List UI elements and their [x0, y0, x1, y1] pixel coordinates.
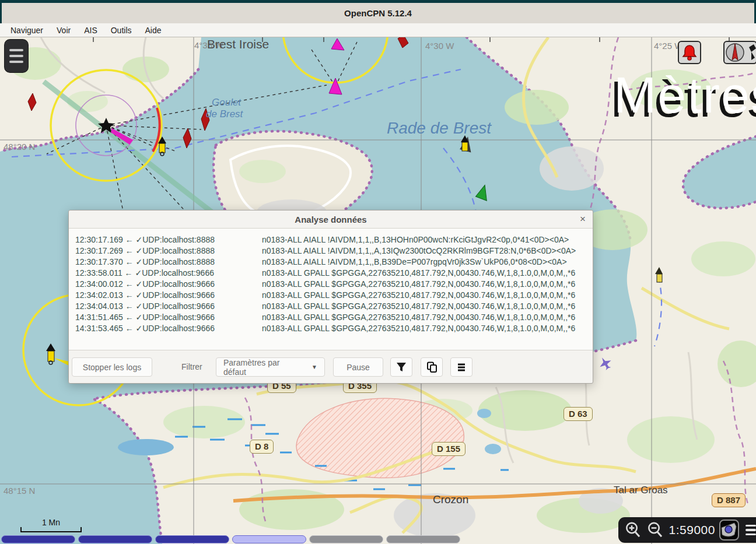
log-timestamp-source: 12:34:02.013 ← ✓UDP:localhost:9666 — [75, 290, 262, 300]
log-message: n0183-ALL GPALL $GPGGA,227635210,4817.79… — [262, 324, 593, 333]
log-timestamp-source: 12:30:17.269 ← ✓UDP:localhost:8888 — [75, 246, 262, 255]
menu-ais[interactable]: AIS — [84, 26, 97, 35]
log-message: n0183-ALL AIALL !AIVDM,1,1,,B,13HOHn0P00… — [262, 235, 593, 244]
log-timestamp-source: 12:33:58.011 ← ✓UDP:localhost:9666 — [75, 268, 262, 278]
menu-bar: Naviguer Voir AIS Outils Aide — [0, 23, 756, 37]
depth-units-overlay: Mètres — [614, 65, 756, 125]
chart-bar[interactable] — [78, 535, 152, 543]
zoom-out-button[interactable] — [646, 520, 664, 541]
alert-bell-button[interactable] — [678, 41, 701, 64]
log-timestamp-source: 14:31:51.465 ← ✓UDP:localhost:9666 — [75, 313, 262, 322]
log-row[interactable]: 12:33:58.011 ← ✓UDP:localhost:9666 n0183… — [75, 267, 593, 278]
stop-logs-button[interactable]: Stopper les logs — [72, 357, 152, 377]
pause-button[interactable]: Pause — [333, 357, 383, 377]
compass-icon — [724, 43, 756, 62]
data-monitor-dialog: Analyse données × 12:30:17.169 ← ✓UDP:lo… — [68, 210, 593, 384]
window-title: OpenCPN 5.12.4 — [344, 8, 412, 18]
zoom-in-button[interactable] — [624, 520, 642, 541]
menu-aide[interactable]: Aide — [145, 26, 162, 35]
copy-icon — [426, 362, 438, 373]
follow-ship-button[interactable] — [719, 520, 739, 541]
menu-lines-icon — [457, 363, 466, 371]
scale-bar-label: 1 Mn — [20, 518, 82, 527]
log-message: n0183-ALL AIALL !AIVDM,1,1,,A,13IQw2300t… — [262, 246, 593, 255]
log-message: n0183-ALL GPALL $GPGGA,227635210,4817.79… — [262, 313, 593, 322]
log-row[interactable]: 12:30:17.269 ← ✓UDP:localhost:8888 n0183… — [75, 245, 593, 256]
bell-icon — [682, 44, 697, 61]
log-timestamp-source: 12:30:17.169 ← ✓UDP:localhost:8888 — [75, 235, 262, 244]
menu-outils[interactable]: Outils — [111, 26, 132, 35]
nmea-log-list[interactable]: 12:30:17.169 ← ✓UDP:localhost:8888 n0183… — [69, 229, 593, 350]
chart-bar[interactable] — [155, 535, 229, 543]
log-row[interactable]: 12:30:17.370 ← ✓UDP:localhost:8888 n0183… — [75, 256, 593, 267]
road-badge-d155: D 155 — [432, 442, 466, 456]
title-bar[interactable]: OpenCPN 5.12.4 — [0, 3, 756, 23]
chart-scale-bar: 1 Mn — [20, 518, 82, 532]
log-message: n0183-ALL GPALL $GPGGA,227635210,4817.79… — [262, 301, 593, 311]
filter-preset-dropdown[interactable]: Paramètres par défaut ▼ — [216, 357, 325, 377]
dialog-title: Analyse données — [295, 215, 366, 224]
log-options-menu-button[interactable] — [450, 357, 473, 377]
log-timestamp-source: 12:34:00.012 ← ✓UDP:localhost:9666 — [75, 279, 262, 289]
zoom-control-bar: 1:59000 — [618, 517, 756, 543]
log-timestamp-source: 14:31:53.465 ← ✓UDP:localhost:9666 — [75, 324, 262, 333]
filter-funnel-button[interactable] — [390, 357, 412, 377]
status-menu-button[interactable] — [746, 525, 756, 536]
chart-scale-value: 1:59000 — [669, 523, 715, 537]
road-badge-d887: D 887 — [712, 493, 746, 507]
log-row[interactable]: 12:34:02.013 ← ✓UDP:localhost:9666 n0183… — [75, 289, 593, 300]
log-message: n0183-ALL GPALL $GPGGA,227635210,4817.79… — [262, 279, 593, 289]
chart-bar[interactable] — [1, 535, 75, 543]
menu-naviguer[interactable]: Naviguer — [10, 26, 43, 35]
log-message: n0183-ALL GPALL $GPGGA,227635210,4817.79… — [262, 290, 593, 300]
main-menu-button[interactable] — [5, 40, 28, 72]
menu-voir[interactable]: Voir — [57, 26, 71, 35]
chart-bar[interactable] — [386, 535, 460, 543]
hamburger-icon — [9, 49, 23, 51]
menu-lines-icon — [746, 525, 756, 527]
log-row[interactable]: 14:31:51.465 ← ✓UDP:localhost:9666 n0183… — [75, 311, 593, 322]
filter-label: Filtrer — [181, 362, 202, 371]
log-timestamp-source: 12:34:04.013 ← ✓UDP:localhost:9666 — [75, 301, 262, 311]
dialog-close-button[interactable]: × — [580, 213, 586, 226]
log-row[interactable]: 12:34:00.012 ← ✓UDP:localhost:9666 n0183… — [75, 278, 593, 289]
log-message: n0183-ALL AIALL !AIVDM,1,1,,B,B39De=P007… — [262, 257, 593, 266]
road-badge-d8: D 8 — [250, 440, 274, 454]
log-timestamp-source: 12:30:17.370 ← ✓UDP:localhost:8888 — [75, 257, 262, 266]
log-row[interactable]: 12:30:17.169 ← ✓UDP:localhost:8888 n0183… — [75, 234, 593, 245]
copy-logs-button[interactable] — [421, 357, 443, 377]
road-badge-d63: D 63 — [564, 407, 593, 421]
chart-bar[interactable] — [309, 535, 383, 543]
log-row[interactable]: 14:31:53.465 ← ✓UDP:localhost:9666 n0183… — [75, 322, 593, 334]
chart-canvas[interactable]: 4°35 W 4°30 W 4°25 W 48°20 N 48°15 N Bre… — [0, 37, 756, 544]
funnel-icon — [396, 362, 407, 373]
log-message: n0183-ALL GPALL $GPGGA,227635210,4817.79… — [262, 268, 593, 278]
log-row[interactable]: 12:34:04.013 ← ✓UDP:localhost:9666 n0183… — [75, 300, 593, 311]
boat-icon — [720, 522, 738, 538]
chevron-down-icon: ▼ — [312, 364, 317, 370]
chart-bar-active[interactable] — [232, 535, 306, 543]
dialog-footer: Stopper les logs Filtrer Paramètres par … — [69, 350, 593, 383]
dialog-title-bar[interactable]: Analyse données × — [69, 210, 593, 229]
compass-button[interactable] — [723, 41, 756, 64]
